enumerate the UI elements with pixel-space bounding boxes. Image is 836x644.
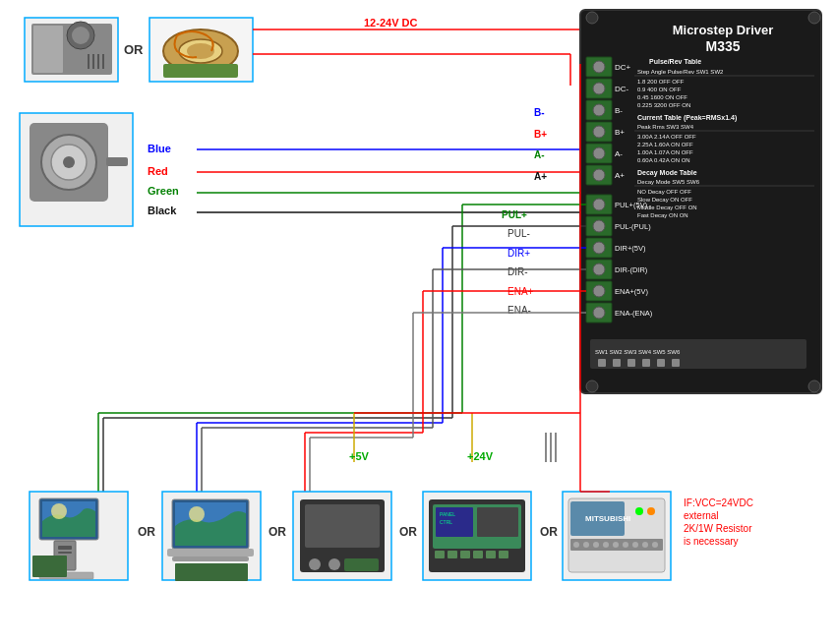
svg-point-159 [573,542,579,548]
svg-text:Current Table  (Peak=RMSx1.4): Current Table (Peak=RMSx1.4) [637,114,737,122]
svg-rect-47 [586,216,612,236]
svg-rect-125 [58,552,72,554]
svg-rect-61 [627,359,635,367]
svg-rect-129 [172,499,249,549]
svg-point-20 [41,135,96,190]
b-minus-terminal: B- [615,106,623,115]
svg-text:1.00A  1.07A    ON  OFF: 1.00A 1.07A ON OFF [637,149,693,155]
pul-plus-terminal: PUL+(5V) [615,201,648,209]
svg-rect-126 [39,572,93,579]
svg-rect-134 [175,563,248,581]
svg-rect-152 [486,551,496,558]
svg-rect-32 [580,10,821,393]
svg-rect-49 [586,238,612,258]
or-label-bottom-1: OR [138,525,155,539]
svg-rect-140 [344,558,379,571]
a-minus-terminal: A- [615,149,623,158]
wire-label-red: Red [148,165,168,177]
svg-rect-136 [300,499,385,572]
svg-rect-64 [672,359,680,367]
dc-plus-terminal: DC+ [615,63,631,72]
svg-rect-132 [167,549,254,556]
svg-rect-142 [429,499,525,572]
svg-rect-133 [172,556,249,561]
svg-point-12 [187,43,214,59]
svg-rect-57 [590,339,806,369]
svg-point-162 [603,542,609,548]
svg-point-3 [67,22,94,49]
a-plus-terminal: A+ [615,171,625,180]
svg-text:NO Decay        OFF  OFF: NO Decay OFF OFF [637,189,691,195]
svg-point-54 [593,285,605,297]
driver-model-text: M335 [705,38,740,54]
svg-text:Fast Decay        ON   ON: Fast Decay ON ON [637,212,688,218]
svg-rect-41 [586,144,612,163]
terminal-label-ap: A+ [534,171,547,182]
or-label-bottom-4: OR [540,525,558,539]
svg-rect-33 [586,57,612,77]
svg-rect-127 [32,556,67,577]
svg-point-4 [72,27,90,44]
svg-rect-137 [305,504,380,548]
svg-rect-43 [586,165,612,185]
svg-rect-130 [175,502,246,546]
24v-label: +24V [467,450,494,462]
svg-point-22 [63,156,75,168]
or-label-1: OR [124,42,144,57]
svg-rect-144 [436,507,473,537]
svg-text:Slow Decay       ON  OFF: Slow Decay ON OFF [637,197,692,203]
svg-rect-121 [42,501,95,537]
voltage-label: 12-24V DC [364,17,417,29]
wire-label-black: Black [148,205,177,216]
pul-minus-label: PUL- [508,228,530,239]
svg-rect-60 [613,359,621,367]
pul-plus-label: PUL+ [502,209,527,220]
5v-label: +5V [349,450,370,462]
svg-text:Pulse/Rev Table: Pulse/Rev Table [649,58,701,65]
note-line4: is necessary [684,536,739,547]
svg-text:Decay Mode Table: Decay Mode Table [637,169,697,177]
svg-rect-53 [586,281,612,301]
svg-point-10 [163,29,238,73]
svg-text:0.60A  0.42A    ON   ON: 0.60A 0.42A ON ON [637,157,690,163]
svg-point-46 [593,199,605,210]
svg-rect-158 [570,539,663,551]
svg-point-165 [632,542,638,548]
svg-point-40 [593,126,605,138]
svg-rect-55 [586,303,612,322]
note-line1: IF:VCC=24VDC [684,498,753,508]
svg-rect-13 [163,64,238,78]
svg-point-168 [635,507,643,515]
svg-rect-141 [423,492,531,580]
svg-text:0.9          400      ON  OFF: 0.9 400 ON OFF [637,87,682,92]
svg-rect-135 [293,492,391,580]
svg-point-139 [328,558,340,570]
dir-minus-terminal: DIR-(DIR) [615,265,648,274]
svg-text:0.45        1600      ON  OFF: 0.45 1600 ON OFF [637,94,687,100]
svg-point-48 [593,220,605,232]
svg-point-164 [623,542,628,548]
svg-point-160 [583,542,589,548]
note-line3: 2K/1W Resistor [684,523,752,534]
svg-point-36 [593,83,605,94]
svg-rect-45 [586,195,612,214]
svg-point-34 [593,61,605,73]
svg-rect-0 [25,18,118,82]
svg-text:2.25A  1.60A    ON  OFF: 2.25A 1.60A ON OFF [637,142,693,147]
svg-text:Middle Decay     OFF   ON: Middle Decay OFF ON [637,205,697,210]
svg-text:Peak    Rms    SW3  SW4: Peak Rms SW3 SW4 [637,124,694,130]
svg-text:Decay Mode      SW5  SW6: Decay Mode SW5 SW6 [637,179,700,185]
svg-rect-123 [54,541,76,570]
note-line2: external [684,510,719,521]
dir-minus-label: DIR- [508,266,528,277]
svg-rect-19 [30,123,108,202]
svg-rect-59 [598,359,606,367]
svg-rect-2 [33,26,63,73]
main-diagram: OR 12-24V DC DC+ DC- 12~24VDC Blue [0,0,836,644]
terminal-label-bm: B- [534,107,545,118]
svg-text:3.00A  2.14A   OFF  OFF: 3.00A 2.14A OFF OFF [637,134,696,140]
svg-rect-118 [30,492,128,580]
svg-rect-149 [448,551,457,558]
svg-text:1.8          200     OFF  OFF: 1.8 200 OFF OFF [637,79,685,85]
svg-rect-156 [570,501,625,536]
